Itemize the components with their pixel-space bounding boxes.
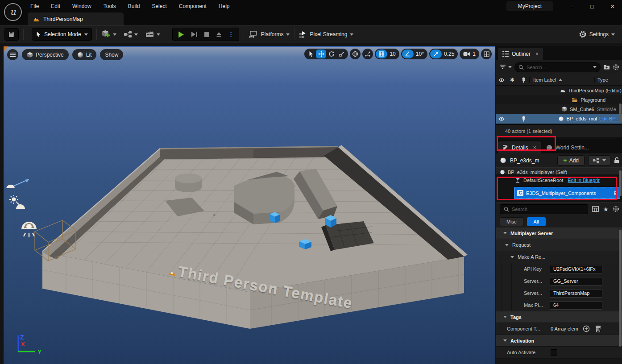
max-players-field[interactable]	[550, 301, 602, 310]
close-icon[interactable]: ×	[533, 145, 536, 151]
details-search[interactable]	[500, 204, 588, 214]
prop-label: Server...	[524, 290, 550, 296]
outliner-row-bp-e3ds[interactable]: BP_e3ds_mul Edit BP_	[496, 114, 622, 124]
type-column-header[interactable]: Type	[594, 77, 622, 83]
component-row-scene-root[interactable]: DefaultSceneRoot Edit in Blueprir	[496, 174, 622, 186]
outliner-search[interactable]	[514, 62, 601, 72]
details-search-input[interactable]	[512, 207, 584, 212]
stop-icon[interactable]	[204, 32, 210, 37]
outliner-settings-gear-icon[interactable]	[613, 64, 619, 70]
api-key-field[interactable]	[550, 265, 602, 273]
add-actor-dropdown[interactable]	[101, 30, 116, 39]
menu-window[interactable]: Window	[72, 3, 91, 9]
menu-tools[interactable]: Tools	[104, 3, 116, 9]
display-options-icon[interactable]	[592, 206, 599, 212]
eye-icon[interactable]	[498, 117, 505, 121]
server-name-field[interactable]	[550, 277, 602, 285]
tab-details[interactable]: Details ×	[498, 141, 541, 153]
select-tool-button[interactable]	[306, 50, 316, 58]
eject-icon[interactable]	[216, 31, 222, 37]
chevron-down-icon[interactable]	[593, 66, 597, 68]
chevron-down-icon[interactable]	[508, 66, 512, 68]
edit-link-clipped[interactable]: E	[614, 190, 617, 196]
edit-in-blueprint-link[interactable]: Edit in Blueprir	[568, 178, 600, 183]
component-row-e3ds-multiplayer[interactable]: C E3DS_Multiplayer_Components E	[514, 187, 620, 199]
server-map-field[interactable]	[550, 289, 602, 298]
rotation-snap-control[interactable]: 10°	[401, 49, 427, 59]
outliner-row-smcube6[interactable]: SM_Cube6 StaticMe	[496, 104, 622, 114]
save-button[interactable]	[4, 28, 19, 41]
new-folder-icon[interactable]	[603, 64, 610, 70]
skip-icon[interactable]	[191, 31, 198, 38]
menu-build[interactable]: Build	[128, 3, 140, 9]
component-tree-scrollbar[interactable]	[619, 170, 622, 196]
show-dropdown[interactable]: Show	[100, 49, 123, 60]
section-request[interactable]: Request	[496, 239, 622, 251]
grid-snap-control[interactable]: 10	[375, 49, 399, 59]
unreal-logo-icon[interactable]: u	[4, 3, 22, 21]
blueprint-actions-dropdown[interactable]	[588, 155, 610, 165]
auto-activate-checkbox[interactable]	[551, 349, 557, 356]
tab-thirdpersonmap[interactable]: ThirdPersonMap	[28, 12, 124, 25]
trash-icon[interactable]	[595, 326, 601, 332]
section-multiplayer-server[interactable]: Multiplayer Server	[496, 228, 622, 239]
details-settings-gear-icon[interactable]	[613, 206, 619, 212]
tab-world-settings[interactable]: World Settin...	[542, 141, 593, 153]
world-local-toggle[interactable]	[350, 49, 361, 59]
selection-mode-dropdown[interactable]: Selection Mode	[32, 28, 92, 41]
visibility-column-header[interactable]	[496, 78, 507, 82]
pin-column-header[interactable]	[518, 77, 529, 83]
tab-outliner[interactable]: Outliner ×	[498, 48, 543, 60]
lit-dropdown[interactable]: Lit	[72, 49, 97, 60]
menu-file[interactable]: File	[30, 3, 39, 9]
viewport-options-button[interactable]	[7, 49, 18, 60]
move-tool-button[interactable]	[316, 50, 326, 58]
add-element-icon[interactable]	[583, 325, 590, 332]
filter-misc-button[interactable]: Misc	[500, 217, 523, 226]
scale-snap-control[interactable]: 0.25	[429, 49, 458, 59]
settings-dropdown[interactable]: Settings	[579, 30, 615, 38]
maximize-button[interactable]: □	[589, 3, 595, 10]
menu-bar: File Edit Window Tools Build Select Comp…	[0, 3, 230, 9]
edit-bp-link[interactable]: Edit BP_	[599, 116, 618, 121]
platforms-dropdown[interactable]: Platforms	[249, 31, 290, 38]
menu-edit[interactable]: Edit	[51, 3, 60, 9]
outliner-row-playground[interactable]: Playground	[496, 95, 622, 104]
surface-snapping-button[interactable]	[362, 49, 373, 59]
close-button[interactable]: ✕	[610, 3, 616, 10]
add-component-button[interactable]: + Add	[557, 155, 585, 165]
outliner-search-input[interactable]	[527, 65, 590, 70]
details-scrollbar[interactable]	[619, 230, 622, 347]
perspective-dropdown[interactable]: Perspective	[22, 49, 69, 60]
outliner-row-thirdpersonmap[interactable]: ThirdPersonMap (Editor)	[496, 86, 622, 95]
favorite-column-header[interactable]: ✱	[507, 77, 518, 83]
camera-speed-control[interactable]: 1	[460, 49, 479, 59]
pixel-streaming-dropdown[interactable]: Pixel Streaming	[299, 31, 353, 38]
pin-icon	[522, 77, 526, 83]
cinematics-dropdown[interactable]	[145, 31, 160, 38]
section-make-a-request[interactable]: Make A Re...	[496, 251, 622, 263]
scale-tool-button[interactable]	[336, 50, 347, 58]
filter-icon[interactable]	[500, 65, 506, 70]
outliner-scrollbar[interactable]	[619, 103, 622, 122]
level-viewport[interactable]: Z X Y Perspective	[4, 46, 495, 364]
menu-select[interactable]: Select	[152, 3, 166, 9]
minimize-button[interactable]: –	[568, 3, 575, 10]
menu-component[interactable]: Component	[179, 3, 207, 9]
more-options-icon[interactable]: ⋮	[228, 31, 234, 38]
section-tags[interactable]: Tags	[496, 311, 622, 323]
close-icon[interactable]: ×	[535, 51, 539, 57]
item-label-column-header[interactable]: Item Label	[529, 77, 594, 83]
favorites-star-icon[interactable]: ★	[603, 206, 609, 213]
menu-help[interactable]: Help	[219, 3, 230, 9]
blueprint-icon	[124, 31, 133, 38]
component-row-self[interactable]: BP_e3ds_multiplayer (Self)	[496, 168, 622, 174]
rotate-tool-button[interactable]	[326, 50, 336, 58]
pin-icon[interactable]	[522, 116, 526, 122]
quad-view-button[interactable]	[481, 49, 492, 59]
blueprints-dropdown[interactable]	[124, 31, 138, 38]
unlock-icon[interactable]	[614, 157, 619, 164]
filter-all-button[interactable]: All	[527, 217, 546, 226]
section-activation[interactable]: Activation	[496, 335, 622, 347]
play-icon[interactable]	[177, 31, 185, 38]
